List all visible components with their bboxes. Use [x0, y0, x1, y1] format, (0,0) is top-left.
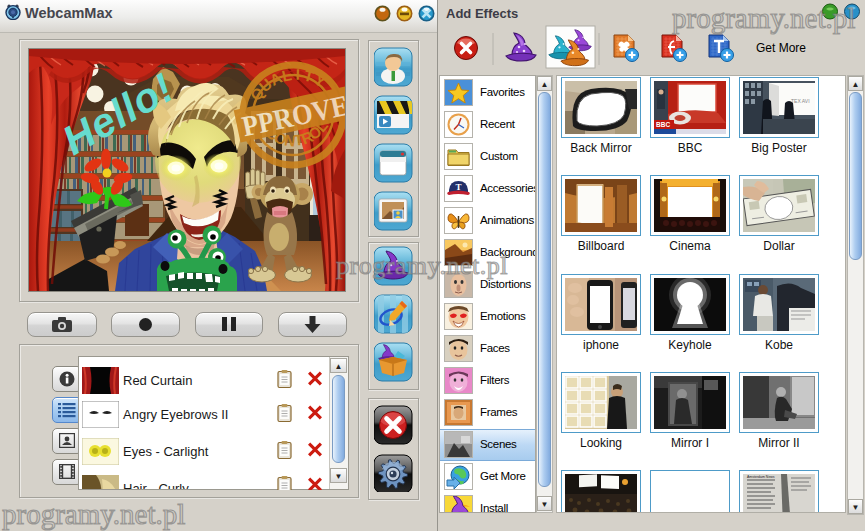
svg-text:I: I [296, 66, 301, 83]
svg-text:TEX AVI: TEX AVI [791, 98, 810, 104]
svg-text:BBC: BBC [656, 121, 670, 128]
svg-text:T: T [455, 182, 461, 192]
svg-text:Amsterdam News: Amsterdam News [747, 475, 775, 479]
svg-text:Get More: Get More [756, 41, 806, 55]
